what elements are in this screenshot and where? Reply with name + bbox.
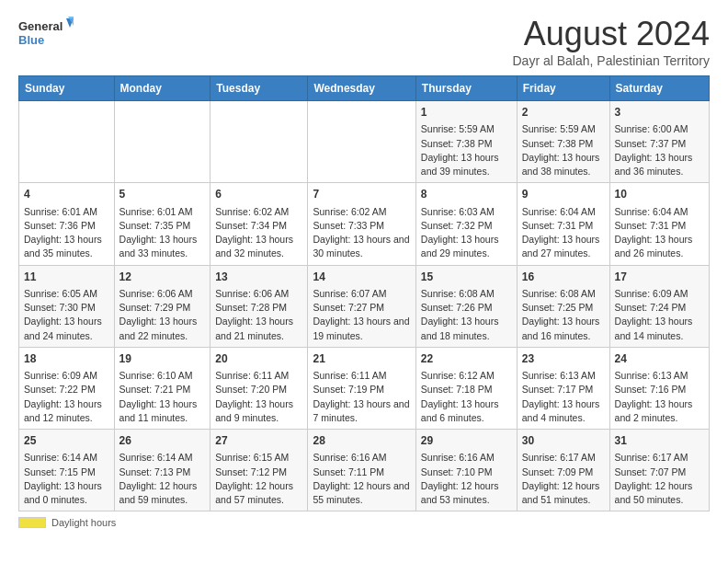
calendar-week-4: 18Sunrise: 6:09 AMSunset: 7:22 PMDayligh… [19,347,710,429]
calendar-week-2: 4Sunrise: 6:01 AMSunset: 7:36 PMDaylight… [19,183,710,265]
calendar-cell: 8Sunrise: 6:03 AMSunset: 7:32 PMDaylight… [415,183,517,265]
calendar-cell: 16Sunrise: 6:08 AMSunset: 7:25 PMDayligh… [517,265,609,347]
calendar-cell: 26Sunrise: 6:14 AMSunset: 7:13 PMDayligh… [114,430,210,511]
calendar-cell [210,101,308,183]
calendar-week-1: 1Sunrise: 5:59 AMSunset: 7:38 PMDaylight… [19,101,710,183]
calendar-cell: 11Sunrise: 6:05 AMSunset: 7:30 PMDayligh… [19,265,115,347]
main-title: August 2024 [512,15,710,53]
calendar-cell: 31Sunrise: 6:17 AMSunset: 7:07 PMDayligh… [609,430,709,511]
calendar-cell: 7Sunrise: 6:02 AMSunset: 7:33 PMDaylight… [308,183,415,265]
calendar-cell: 18Sunrise: 6:09 AMSunset: 7:22 PMDayligh… [19,347,115,429]
calendar-cell: 29Sunrise: 6:16 AMSunset: 7:10 PMDayligh… [415,430,517,511]
calendar-cell: 25Sunrise: 6:14 AMSunset: 7:15 PMDayligh… [19,430,115,511]
calendar-cell [308,101,415,183]
page: General Blue August 2024 Dayr al Balah, … [0,0,728,537]
calendar-cell: 23Sunrise: 6:13 AMSunset: 7:17 PMDayligh… [517,347,609,429]
svg-text:General: General [18,19,63,33]
calendar-cell: 12Sunrise: 6:06 AMSunset: 7:29 PMDayligh… [114,265,210,347]
col-wednesday: Wednesday [308,76,415,101]
svg-text:Blue: Blue [18,33,44,47]
logo: General Blue [18,15,74,52]
calendar-cell: 30Sunrise: 6:17 AMSunset: 7:09 PMDayligh… [517,430,609,511]
title-area: August 2024 Dayr al Balah, Palestinian T… [512,15,710,68]
calendar-cell: 9Sunrise: 6:04 AMSunset: 7:31 PMDaylight… [517,183,609,265]
calendar-cell: 14Sunrise: 6:07 AMSunset: 7:27 PMDayligh… [308,265,415,347]
calendar-cell: 2Sunrise: 5:59 AMSunset: 7:38 PMDaylight… [517,101,609,183]
calendar-cell: 22Sunrise: 6:12 AMSunset: 7:18 PMDayligh… [415,347,517,429]
calendar-cell: 6Sunrise: 6:02 AMSunset: 7:34 PMDaylight… [210,183,308,265]
header: General Blue August 2024 Dayr al Balah, … [18,15,710,68]
col-friday: Friday [517,76,609,101]
col-saturday: Saturday [609,76,709,101]
header-row: Sunday Monday Tuesday Wednesday Thursday… [19,76,710,101]
calendar-cell: 3Sunrise: 6:00 AMSunset: 7:37 PMDaylight… [609,101,709,183]
calendar-cell: 17Sunrise: 6:09 AMSunset: 7:24 PMDayligh… [609,265,709,347]
calendar-cell: 13Sunrise: 6:06 AMSunset: 7:28 PMDayligh… [210,265,308,347]
calendar-week-3: 11Sunrise: 6:05 AMSunset: 7:30 PMDayligh… [19,265,710,347]
calendar-cell [19,101,115,183]
col-tuesday: Tuesday [210,76,308,101]
calendar-cell: 1Sunrise: 5:59 AMSunset: 7:38 PMDaylight… [415,101,517,183]
calendar-cell: 10Sunrise: 6:04 AMSunset: 7:31 PMDayligh… [609,183,709,265]
subtitle: Dayr al Balah, Palestinian Territory [512,53,710,68]
calendar-cell: 15Sunrise: 6:08 AMSunset: 7:26 PMDayligh… [415,265,517,347]
calendar-cell: 28Sunrise: 6:16 AMSunset: 7:11 PMDayligh… [308,430,415,511]
col-monday: Monday [114,76,210,101]
daylight-label: Daylight hours [51,517,116,528]
calendar-table: Sunday Monday Tuesday Wednesday Thursday… [18,75,710,511]
col-thursday: Thursday [415,76,517,101]
calendar-cell: 5Sunrise: 6:01 AMSunset: 7:35 PMDaylight… [114,183,210,265]
calendar-cell: 19Sunrise: 6:10 AMSunset: 7:21 PMDayligh… [114,347,210,429]
calendar-week-5: 25Sunrise: 6:14 AMSunset: 7:15 PMDayligh… [19,430,710,511]
col-sunday: Sunday [19,76,115,101]
logo-svg: General Blue [18,15,74,52]
calendar-cell [114,101,210,183]
daylight-swatch [18,517,46,528]
calendar-cell: 21Sunrise: 6:11 AMSunset: 7:19 PMDayligh… [308,347,415,429]
calendar-cell: 20Sunrise: 6:11 AMSunset: 7:20 PMDayligh… [210,347,308,429]
calendar-cell: 24Sunrise: 6:13 AMSunset: 7:16 PMDayligh… [609,347,709,429]
footer: Daylight hours [18,517,710,528]
calendar-cell: 27Sunrise: 6:15 AMSunset: 7:12 PMDayligh… [210,430,308,511]
calendar-cell: 4Sunrise: 6:01 AMSunset: 7:36 PMDaylight… [19,183,115,265]
